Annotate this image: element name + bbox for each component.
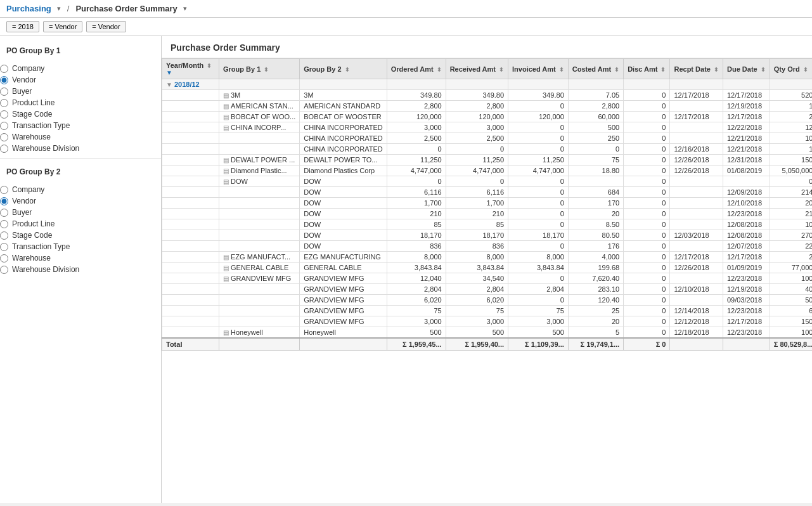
table-row: ▤DEWALT POWER ...DEWALT POWER TO...11,25…	[162, 155, 813, 165]
cell-0-5: 349.80	[508, 90, 569, 101]
radio-item-group1-2[interactable]: Buyer	[0, 86, 161, 97]
cell-6-4: 11,250	[446, 155, 508, 165]
cell-3-1: ▤CHINA INCORP...	[219, 122, 300, 133]
filter-arrow[interactable]: ▼	[166, 69, 215, 76]
row-icon: ▤	[223, 178, 229, 185]
cell-20-10: 6	[770, 306, 812, 316]
radio-group1-2[interactable]	[0, 88, 8, 96]
radio-group2-7[interactable]	[0, 266, 8, 274]
cell-22-10: 100	[770, 327, 812, 339]
cell-10-3: 1,700	[387, 198, 446, 209]
cell-11-7: 0	[624, 209, 670, 219]
cell-2-9: 12/17/2018	[723, 112, 770, 122]
radio-item-group1-1[interactable]: Vendor	[0, 74, 161, 86]
cell-17-8	[670, 273, 723, 284]
radio-item-group2-3[interactable]: Product Line	[0, 218, 161, 230]
radio-group2-3[interactable]	[0, 220, 8, 228]
col-header-7[interactable]: Disc Amt ⬍	[624, 59, 670, 79]
radio-group1-1[interactable]	[0, 76, 8, 84]
cell-5-9: 12/21/2018	[723, 144, 770, 155]
col-header-1[interactable]: Group By 1 ⬍	[219, 59, 300, 79]
sort-icon: ⬍	[761, 67, 766, 73]
cell-17-7: 0	[624, 273, 670, 284]
cell-20-6: 25	[568, 306, 623, 316]
cell-22-4: 500	[446, 327, 508, 339]
breadcrumb-parent-arrow[interactable]: ▾	[57, 4, 61, 13]
radio-group1-4[interactable]	[0, 110, 8, 119]
col-header-5[interactable]: Invoiced Amt ⬍	[508, 59, 569, 79]
radio-group2-1[interactable]	[0, 197, 8, 205]
col-header-10[interactable]: Qty Ord ⬍	[770, 59, 812, 79]
breadcrumb-current-arrow[interactable]: ▾	[183, 4, 187, 13]
radio-label-group1-5: Transaction Type	[12, 121, 70, 130]
expand-icon[interactable]: ▼	[166, 81, 172, 88]
radio-item-group1-6[interactable]: Warehouse	[0, 131, 161, 143]
radio-label-group1-4: Stage Code	[12, 110, 52, 119]
cell-11-6: 20	[568, 209, 623, 219]
radio-group2-6[interactable]	[0, 254, 8, 263]
group2-options: CompanyVendorBuyerProduct LineStage Code…	[0, 184, 161, 275]
col-header-2[interactable]: Group By 2 ⬍	[300, 59, 387, 79]
radio-item-group2-1[interactable]: Vendor	[0, 195, 161, 207]
radio-item-group2-2[interactable]: Buyer	[0, 207, 161, 218]
group2-section: PO Group By 2	[0, 162, 161, 184]
col-header-0[interactable]: Year/Month ⬍▼	[162, 59, 219, 79]
radio-group1-5[interactable]	[0, 122, 8, 130]
radio-group2-0[interactable]	[0, 186, 8, 194]
cell-11-9: 12/23/2018	[723, 209, 770, 219]
filter-chip[interactable]: = 2018	[6, 21, 39, 32]
filter-chip[interactable]: = Vendor	[86, 21, 126, 32]
row-icon: ▤	[223, 124, 229, 131]
radio-item-group1-3[interactable]: Product Line	[0, 97, 161, 108]
col-header-6[interactable]: Costed Amt ⬍	[568, 59, 623, 79]
table-container[interactable]: Year/Month ⬍▼Group By 1 ⬍Group By 2 ⬍Ord…	[162, 58, 812, 503]
radio-item-group2-4[interactable]: Stage Code	[0, 230, 161, 241]
cell-3-2: CHINA INCORPORATED	[300, 122, 387, 133]
radio-group1-3[interactable]	[0, 99, 8, 107]
cell-18-8: 12/10/2018	[670, 284, 723, 295]
radio-item-group1-5[interactable]: Transaction Type	[0, 120, 161, 131]
cell-7-3: 4,747,000	[387, 165, 446, 176]
group-cell	[723, 79, 770, 90]
breadcrumb-parent[interactable]: Purchasing	[6, 4, 51, 13]
radio-item-group2-5[interactable]: Transaction Type	[0, 241, 161, 252]
cell-9-9: 12/09/2018	[723, 187, 770, 198]
cell-21-10: 150	[770, 316, 812, 327]
radio-item-group1-0[interactable]: Company	[0, 63, 161, 74]
radio-item-group2-0[interactable]: Company	[0, 184, 161, 195]
radio-group2-5[interactable]	[0, 243, 8, 251]
cell-8-8	[670, 176, 723, 187]
radio-group2-4[interactable]	[0, 231, 8, 240]
col-header-8[interactable]: Recpt Date ⬍	[670, 59, 723, 79]
cell-14-8	[670, 241, 723, 252]
radio-group1-7[interactable]	[0, 145, 8, 153]
col-header-4[interactable]: Received Amt ⬍	[446, 59, 508, 79]
radio-group1-0[interactable]	[0, 65, 8, 73]
radio-item-group2-6[interactable]: Warehouse	[0, 252, 161, 264]
radio-group2-2[interactable]	[0, 209, 8, 217]
radio-label-group1-7: Warehouse Division	[12, 144, 79, 153]
cell-22-5: 500	[508, 327, 569, 339]
year-month-link[interactable]: 2018/12	[174, 81, 200, 88]
cell-17-0	[162, 273, 219, 284]
cell-14-2: DOW	[300, 241, 387, 252]
cell-0-0	[162, 90, 219, 101]
filter-chip[interactable]: = Vendor	[43, 21, 82, 32]
cell-2-7: 0	[624, 112, 670, 122]
radio-group1-6[interactable]	[0, 133, 8, 141]
cell-5-8: 12/16/2018	[670, 144, 723, 155]
cell-5-0	[162, 144, 219, 155]
radio-item-group1-4[interactable]: Stage Code	[0, 108, 161, 120]
footer-cell-0: Total	[162, 338, 219, 351]
radio-item-group1-7[interactable]: Warehouse Division	[0, 143, 161, 154]
cell-7-1: ▤Diamond Plastic...	[219, 165, 300, 176]
col-header-9[interactable]: Due Date ⬍	[723, 59, 770, 79]
cell-1-7: 0	[624, 101, 670, 112]
cell-19-8	[670, 295, 723, 306]
cell-7-8: 12/26/2018	[670, 165, 723, 176]
cell-14-10: 22	[770, 241, 812, 252]
cell-20-0	[162, 306, 219, 316]
radio-item-group2-7[interactable]: Warehouse Division	[0, 264, 161, 275]
col-header-3[interactable]: Ordered Amt ⬍	[387, 59, 446, 79]
sort-icon: ⬍	[207, 63, 212, 69]
